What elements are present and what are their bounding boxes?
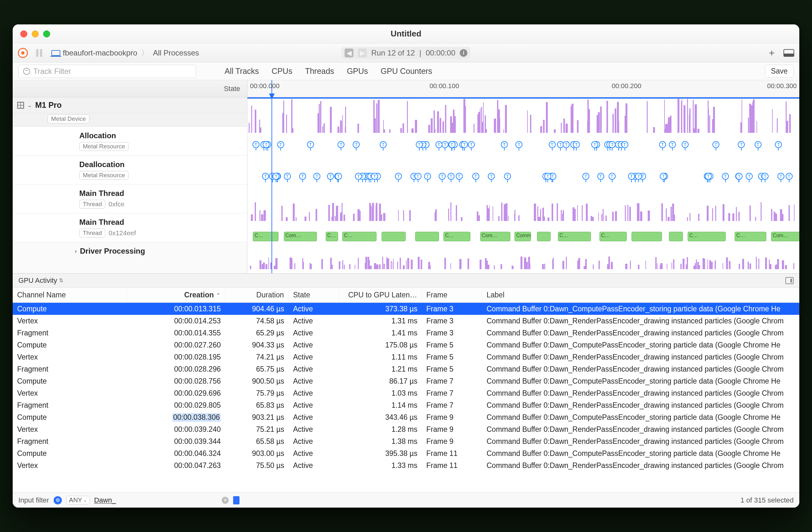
col-label[interactable]: Label: [482, 287, 799, 302]
timeline-area[interactable]: 00:00.000 00:00.100 00:00.200 00:00.300 …: [247, 80, 799, 273]
detail-dropdown-label: GPU Activity: [18, 277, 57, 285]
breadcrumb-host: fbeaufort-macbookpro: [63, 48, 137, 57]
close-button[interactable]: [20, 30, 27, 38]
playhead[interactable]: [272, 80, 272, 273]
clear-filter-button[interactable]: ✕: [222, 497, 229, 504]
table-row[interactable]: Fragment00:00.039.34465.58 µsActive1.38 …: [13, 435, 799, 447]
footer: Input filter ⚙ ANY⌄ Dawn_ ✕ 1 of 315 sel…: [13, 492, 799, 507]
lane-state: [247, 99, 799, 133]
record-button[interactable]: [18, 48, 28, 58]
lane-deallocation: TTTTTTTTTTTTTTTTTTTTTTTTTTTTTTTTTTTTTTTT…: [247, 169, 799, 192]
zoom-button[interactable]: [43, 30, 50, 38]
table-row[interactable]: Fragment00:00.014.35565.29 µsActive1.41 …: [13, 327, 799, 339]
input-filter-label: Input filter: [18, 496, 49, 504]
device-chip: Metal Device: [47, 115, 89, 123]
filter-row: Track Filter All Tracks CPUs Threads GPU…: [13, 62, 799, 80]
detail-selector[interactable]: GPU Activity ⇅: [13, 274, 799, 287]
lane-allocation: TTTTTTTTTTTTTTTTTTTTTTTTTTTTTTTTTTTTTTTT…: [247, 138, 799, 160]
timeline-ruler[interactable]: 00:00.000 00:00.100 00:00.200 00:00.300: [247, 80, 799, 97]
lane-thread-2: C…Com…C…C…C…Com…Comm…C…C…C…C…Com…C…C…C…C…: [247, 230, 799, 245]
device-row[interactable]: ⌄ M1 Pro: [13, 97, 247, 113]
col-latency[interactable]: CPU to GPU Laten…: [339, 287, 422, 302]
track-item[interactable]: Deallocation Metal Resource: [13, 156, 247, 184]
breadcrumb[interactable]: fbeaufort-macbookpro 〉 All Processes: [63, 48, 199, 58]
info-icon[interactable]: i: [460, 49, 467, 57]
toggle-detail-button[interactable]: [783, 49, 794, 57]
table-row[interactable]: Vertex00:00.029.69675.79 µsActive1.03 ms…: [13, 387, 799, 399]
track-chip: Thread: [79, 200, 105, 209]
ruler-tick: 00:00.200: [611, 82, 641, 90]
titlebar: Untitled: [13, 25, 799, 43]
selection-bar: [247, 97, 799, 99]
run-time: 00:00:00: [426, 48, 455, 57]
col-state[interactable]: State: [289, 287, 339, 302]
table-row[interactable]: Compute00:00.013.315904.46 µsActive373.3…: [13, 303, 799, 315]
driver-processing-row[interactable]: › Driver Processing: [13, 242, 247, 260]
track-tabs: All Tracks CPUs Threads GPUs GPU Counter…: [224, 66, 432, 76]
window-title: Untitled: [13, 29, 799, 39]
breadcrumb-separator: 〉: [141, 48, 149, 57]
device-icon: [52, 50, 60, 56]
track-hex: 0x124eef: [108, 229, 136, 237]
tab-gpu-counters[interactable]: GPU Counters: [381, 66, 432, 76]
track-title: Allocation: [79, 131, 247, 140]
state-label: State: [224, 85, 240, 93]
column-toggle-icon[interactable]: [785, 277, 794, 284]
col-frame[interactable]: Frame: [422, 287, 482, 302]
track-item[interactable]: Main Thread Thread 0x124eef: [13, 213, 247, 242]
filter-any-pill[interactable]: ANY⌄: [66, 496, 90, 504]
table-row[interactable]: Vertex00:00.014.25374.58 µsActive1.31 ms…: [13, 315, 799, 327]
run-selector: ◀ ▶ Run 12 of 12 | 00:00:00 i: [341, 47, 470, 59]
pause-button[interactable]: [36, 49, 43, 57]
table-row[interactable]: Compute00:00.027.260904.33 µsActive175.0…: [13, 339, 799, 351]
table-row[interactable]: Vertex00:00.028.19574.21 µsActive1.11 ms…: [13, 351, 799, 363]
table-row[interactable]: Compute00:00.028.756900.50 µsActive86.17…: [13, 375, 799, 387]
lane-driver: [247, 253, 799, 269]
tab-all-tracks[interactable]: All Tracks: [224, 66, 259, 76]
table-body: Compute00:00.013.315904.46 µsActive373.3…: [13, 303, 799, 492]
track-chip: Metal Resource: [79, 171, 129, 180]
filter-toggle-icon[interactable]: [233, 496, 240, 504]
filter-icon: [23, 68, 30, 75]
tab-gpus[interactable]: GPUs: [347, 66, 368, 76]
track-chip: Thread: [79, 228, 105, 237]
track-item[interactable]: Allocation Metal Resource: [13, 127, 247, 156]
ruler-tick: 00:00.300: [767, 82, 797, 90]
col-duration[interactable]: Duration: [225, 287, 289, 302]
table-row[interactable]: Compute00:00.046.324903.00 µsActive395.3…: [13, 447, 799, 459]
timeline-lanes: TTTTTTTTTTTTTTTTTTTTTTTTTTTTTTTTTTTTTTTT…: [247, 97, 799, 273]
save-button[interactable]: Save: [765, 65, 794, 78]
col-creation[interactable]: Creation⌃: [127, 287, 225, 302]
tab-threads[interactable]: Threads: [305, 66, 334, 76]
table-row[interactable]: Fragment00:00.029.80565.83 µsActive1.14 …: [13, 399, 799, 411]
track-hex: 0xfce: [108, 201, 124, 208]
driver-processing-label: Driver Processing: [80, 247, 145, 255]
prev-run-button[interactable]: ◀: [345, 48, 353, 57]
run-label: Run 12 of 12: [371, 48, 415, 57]
next-run-button[interactable]: ▶: [358, 48, 367, 57]
lane-thread-1: [247, 199, 799, 221]
table-row[interactable]: Vertex00:00.039.24075.21 µsActive1.28 ms…: [13, 423, 799, 435]
app-window: Untitled fbeaufort-macbookpro 〉 All Proc…: [13, 25, 799, 507]
table-row[interactable]: Vertex00:00.047.26375.50 µsActive1.33 ms…: [13, 459, 799, 471]
toolbar: fbeaufort-macbookpro 〉 All Processes ◀ ▶…: [13, 43, 799, 62]
add-button[interactable]: ＋: [767, 46, 777, 59]
minimize-button[interactable]: [32, 30, 39, 38]
track-chip: Metal Resource: [79, 142, 129, 151]
track-sidebar: State ⌄ M1 Pro Metal Device Allocation M…: [13, 80, 247, 273]
track-filter-input[interactable]: Track Filter: [18, 65, 196, 78]
table-row[interactable]: Compute00:00.038.306903.21 µsActive343.4…: [13, 411, 799, 423]
ruler-tick: 00:00.000: [250, 82, 279, 90]
col-channel[interactable]: Channel Name: [13, 287, 127, 302]
filter-mode-icon[interactable]: ⚙: [54, 496, 62, 504]
tab-cpus[interactable]: CPUs: [272, 66, 292, 76]
input-filter-value[interactable]: Dawn_: [94, 496, 116, 504]
track-item[interactable]: Main Thread Thread 0xfce: [13, 184, 247, 213]
device-name: M1 Pro: [35, 101, 61, 110]
device-grid-icon: [17, 102, 24, 109]
table-row[interactable]: Fragment00:00.028.29665.75 µsActive1.21 …: [13, 363, 799, 375]
chevron-right-icon: ›: [75, 248, 77, 255]
state-header: State: [13, 80, 247, 97]
breadcrumb-target: All Processes: [153, 48, 199, 57]
track-title: Main Thread: [79, 189, 247, 198]
